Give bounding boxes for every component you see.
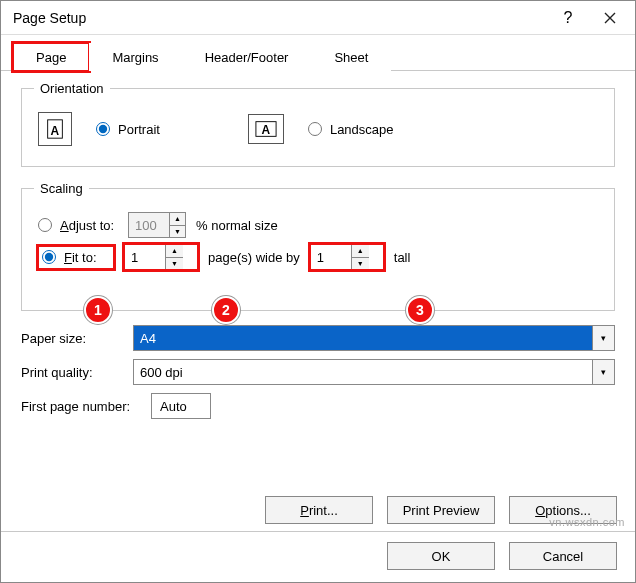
- spinner-arrows[interactable]: ▲▼: [165, 245, 183, 269]
- ok-button[interactable]: OK: [387, 542, 495, 570]
- portrait-label: Portrait: [118, 122, 160, 137]
- help-button[interactable]: ?: [547, 3, 589, 33]
- scaling-group: Scaling Adjust to: ▲▼ % normal size Fit …: [21, 181, 615, 311]
- window-title: Page Setup: [13, 10, 547, 26]
- tab-sheet[interactable]: Sheet: [311, 43, 391, 71]
- fit-to-radio[interactable]: Fit to:: [38, 246, 114, 269]
- cancel-button[interactable]: Cancel: [509, 542, 617, 570]
- close-button[interactable]: [589, 3, 631, 33]
- landscape-radio[interactable]: Landscape: [308, 122, 394, 137]
- adjust-to-radio[interactable]: Adjust to:: [38, 218, 118, 233]
- landscape-radio-input[interactable]: [308, 122, 322, 136]
- print-quality-row: Print quality: 600 dpi ▾: [21, 359, 615, 385]
- landscape-label: Landscape: [330, 122, 394, 137]
- adjust-to-radio-input[interactable]: [38, 218, 52, 232]
- paper-size-label: Paper size:: [21, 331, 127, 346]
- portrait-icon: A: [38, 112, 72, 146]
- orientation-legend: Orientation: [34, 81, 110, 96]
- print-button[interactable]: Print...: [265, 496, 373, 524]
- dialog-body: Orientation A Portrait A Landscape: [1, 71, 635, 419]
- paper-size-value: A4: [134, 326, 592, 350]
- print-preview-button[interactable]: Print Preview: [387, 496, 495, 524]
- first-page-row: First page number:: [21, 393, 615, 419]
- callout-3: 3: [406, 296, 434, 324]
- first-page-input[interactable]: [151, 393, 211, 419]
- action-buttons-row: Print... Print Preview Options...: [265, 496, 617, 524]
- fit-to-radio-input[interactable]: [42, 250, 56, 264]
- page-setup-dialog: Page Setup ? Page Margins Header/Footer …: [0, 0, 636, 583]
- print-quality-select[interactable]: 600 dpi ▾: [133, 359, 615, 385]
- tab-page[interactable]: Page: [13, 43, 89, 71]
- spinner-arrows[interactable]: ▲▼: [351, 245, 369, 269]
- tab-header-footer[interactable]: Header/Footer: [182, 43, 312, 71]
- fit-tall-value[interactable]: [311, 245, 351, 269]
- callout-1: 1: [84, 296, 112, 324]
- fit-wide-spinner[interactable]: ▲▼: [124, 244, 198, 270]
- adjust-to-value[interactable]: [129, 213, 169, 237]
- fit-tall-spinner[interactable]: ▲▼: [310, 244, 384, 270]
- fit-wide-value[interactable]: [125, 245, 165, 269]
- chevron-down-icon[interactable]: ▾: [592, 326, 614, 350]
- dialog-buttons-row: OK Cancel: [387, 530, 617, 570]
- portrait-radio[interactable]: Portrait: [96, 122, 160, 137]
- chevron-down-icon[interactable]: ▾: [592, 360, 614, 384]
- print-button-label: rint...: [309, 503, 338, 518]
- fit-wide-by-label: page(s) wide by: [208, 250, 300, 265]
- landscape-icon: A: [248, 114, 284, 144]
- fit-tall-label: tall: [394, 250, 411, 265]
- tab-margins[interactable]: Margins: [89, 43, 181, 71]
- titlebar: Page Setup ?: [1, 1, 635, 35]
- paper-size-select[interactable]: A4 ▾: [133, 325, 615, 351]
- adjust-to-suffix: % normal size: [196, 218, 278, 233]
- print-quality-label: Print quality:: [21, 365, 127, 380]
- close-icon: [604, 12, 616, 24]
- adjust-to-spinner[interactable]: ▲▼: [128, 212, 186, 238]
- callout-2: 2: [212, 296, 240, 324]
- portrait-radio-input[interactable]: [96, 122, 110, 136]
- adjust-to-label: Adjust to:: [60, 218, 114, 233]
- svg-text:A: A: [50, 124, 59, 138]
- spinner-arrows[interactable]: ▲▼: [169, 213, 185, 237]
- orientation-group: Orientation A Portrait A Landscape: [21, 81, 615, 167]
- print-quality-value: 600 dpi: [134, 360, 592, 384]
- paper-size-row: Paper size: A4 ▾: [21, 325, 615, 351]
- fit-to-label: Fit to:: [64, 250, 97, 265]
- svg-text:A: A: [261, 123, 270, 137]
- scaling-legend: Scaling: [34, 181, 89, 196]
- first-page-label: First page number:: [21, 399, 145, 414]
- options-button[interactable]: Options...: [509, 496, 617, 524]
- tab-strip: Page Margins Header/Footer Sheet: [1, 39, 635, 71]
